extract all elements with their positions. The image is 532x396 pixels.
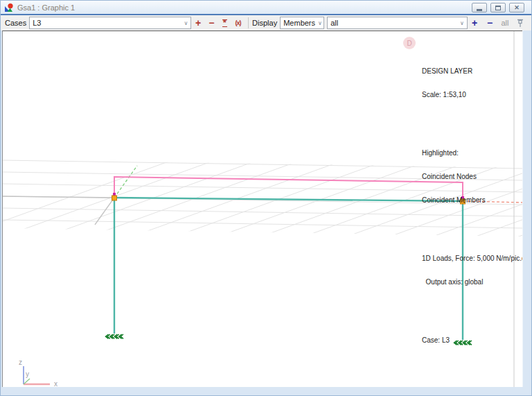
add-case-button[interactable]: + (191, 17, 204, 29)
chevron-down-icon: ∨ (457, 20, 464, 26)
minimize-icon (477, 9, 482, 11)
display-combobox[interactable]: Members ∨ (280, 17, 324, 29)
window-frame-bottom (1, 387, 531, 395)
maximize-button[interactable] (490, 3, 506, 12)
animate-icon: (x) (236, 19, 241, 26)
filter-value: all (330, 19, 338, 27)
show-all-button[interactable]: all (498, 17, 512, 29)
graphic-canvas[interactable]: zyx D DESIGN LAYER Scale: 1:53,10 Highli… (2, 31, 523, 388)
annotation-line: Scale: 1:53,10 (422, 91, 531, 98)
cases-label: Cases (5, 19, 26, 27)
toolbar-divider (248, 17, 249, 28)
display-label: Display (252, 19, 277, 27)
maximize-icon (495, 6, 501, 10)
minimize-button[interactable] (472, 3, 487, 12)
specify-case-button[interactable]: * (218, 17, 231, 29)
annotation-line: 1D Loads, Force: 5,000 N/m/pic.cm (422, 255, 531, 262)
annotation-line: DESIGN LAYER (422, 67, 531, 75)
zoom-out-button[interactable]: − (483, 17, 497, 29)
chevron-down-icon: ∨ (315, 20, 322, 26)
design-layer-badge: D (403, 37, 416, 49)
pin-icon (517, 19, 524, 28)
gsa-graphic-window: Gsa1 : Graphic 1 ✕ Cases L3 ∨ + − * (x) … (0, 0, 532, 396)
chevron-down-icon: ∨ (181, 20, 188, 26)
annotation-line: Coincident Nodes (422, 173, 531, 180)
toolbar: Cases L3 ∨ + − * (x) Display Members ∨ a… (1, 15, 531, 31)
triad-label-y: y (26, 370, 29, 378)
annotation-line: Case: L3 (422, 336, 531, 344)
title-bar: Gsa1 : Graphic 1 ✕ (1, 1, 531, 14)
window-title: Gsa1 : Graphic 1 (17, 3, 75, 12)
animate-button[interactable]: (x) (231, 17, 245, 29)
cases-combobox[interactable]: L3 ∨ (29, 17, 191, 29)
annotation-block: DESIGN LAYER Scale: 1:53,10 Highlighted:… (422, 35, 531, 379)
annotation-line: Output axis: global (422, 278, 531, 286)
close-button[interactable]: ✕ (509, 3, 524, 12)
gsa-logo-icon (4, 3, 14, 12)
asterisk-icon: * (222, 19, 227, 27)
filter-combobox[interactable]: all ∨ (327, 17, 468, 29)
triad-label-z: z (19, 359, 22, 366)
cases-value: L3 (33, 19, 41, 27)
annotation-line: Coincident Members (422, 196, 531, 204)
display-value: Members (283, 19, 315, 27)
zoom-in-button[interactable]: + (468, 17, 481, 29)
close-icon: ✕ (514, 5, 520, 11)
pin-button[interactable] (513, 17, 527, 29)
window-frame-right (522, 31, 531, 396)
remove-case-button[interactable]: − (205, 17, 218, 29)
annotation-line: Highlighted: (422, 149, 531, 157)
